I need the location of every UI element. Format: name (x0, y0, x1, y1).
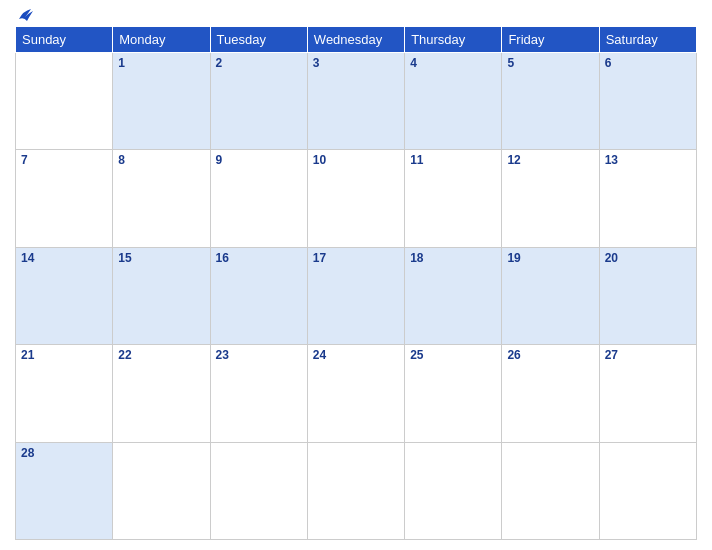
day-number: 23 (216, 348, 229, 362)
day-number: 2 (216, 56, 223, 70)
calendar-cell (502, 442, 599, 539)
day-number: 5 (507, 56, 514, 70)
week-row-4: 21222324252627 (16, 345, 697, 442)
weekday-header-wednesday: Wednesday (307, 27, 404, 53)
calendar-cell (210, 442, 307, 539)
day-number: 24 (313, 348, 326, 362)
day-number: 20 (605, 251, 618, 265)
day-number: 25 (410, 348, 423, 362)
day-number: 10 (313, 153, 326, 167)
week-row-5: 28 (16, 442, 697, 539)
logo-bird-icon (17, 7, 35, 23)
calendar-cell: 2 (210, 53, 307, 150)
day-number: 22 (118, 348, 131, 362)
day-number: 11 (410, 153, 423, 167)
day-number: 12 (507, 153, 520, 167)
calendar-cell: 6 (599, 53, 696, 150)
calendar-cell: 16 (210, 247, 307, 344)
weekday-header-row: SundayMondayTuesdayWednesdayThursdayFrid… (16, 27, 697, 53)
calendar-cell: 10 (307, 150, 404, 247)
weekday-header-sunday: Sunday (16, 27, 113, 53)
calendar-cell: 7 (16, 150, 113, 247)
day-number: 18 (410, 251, 423, 265)
calendar-cell: 28 (16, 442, 113, 539)
week-row-3: 14151617181920 (16, 247, 697, 344)
calendar-cell (16, 53, 113, 150)
week-row-2: 78910111213 (16, 150, 697, 247)
day-number: 8 (118, 153, 125, 167)
weekday-header-saturday: Saturday (599, 27, 696, 53)
calendar-cell (307, 442, 404, 539)
calendar-cell: 3 (307, 53, 404, 150)
day-number: 13 (605, 153, 618, 167)
calendar-cell: 15 (113, 247, 210, 344)
day-number: 19 (507, 251, 520, 265)
day-number: 14 (21, 251, 34, 265)
day-number: 9 (216, 153, 223, 167)
weekday-header-thursday: Thursday (405, 27, 502, 53)
calendar-cell: 12 (502, 150, 599, 247)
calendar-cell: 18 (405, 247, 502, 344)
calendar-cell: 27 (599, 345, 696, 442)
calendar-cell: 26 (502, 345, 599, 442)
day-number: 26 (507, 348, 520, 362)
calendar-cell: 24 (307, 345, 404, 442)
calendar-cell (599, 442, 696, 539)
day-number: 27 (605, 348, 618, 362)
calendar-cell: 13 (599, 150, 696, 247)
day-number: 21 (21, 348, 34, 362)
weekday-header-friday: Friday (502, 27, 599, 53)
day-number: 1 (118, 56, 125, 70)
day-number: 6 (605, 56, 612, 70)
logo (15, 7, 35, 23)
calendar-cell: 9 (210, 150, 307, 247)
weekday-header-monday: Monday (113, 27, 210, 53)
calendar-cell: 17 (307, 247, 404, 344)
day-number: 3 (313, 56, 320, 70)
calendar-table: SundayMondayTuesdayWednesdayThursdayFrid… (15, 26, 697, 540)
day-number: 28 (21, 446, 34, 460)
calendar-cell (405, 442, 502, 539)
calendar-cell: 22 (113, 345, 210, 442)
calendar-cell: 19 (502, 247, 599, 344)
day-number: 17 (313, 251, 326, 265)
calendar-cell (113, 442, 210, 539)
calendar-cell: 4 (405, 53, 502, 150)
calendar-cell: 1 (113, 53, 210, 150)
calendar-cell: 14 (16, 247, 113, 344)
calendar-cell: 21 (16, 345, 113, 442)
day-number: 15 (118, 251, 131, 265)
day-number: 4 (410, 56, 417, 70)
calendar-cell: 11 (405, 150, 502, 247)
calendar-cell: 25 (405, 345, 502, 442)
weekday-header-tuesday: Tuesday (210, 27, 307, 53)
calendar-cell: 5 (502, 53, 599, 150)
day-number: 16 (216, 251, 229, 265)
week-row-1: 123456 (16, 53, 697, 150)
calendar-cell: 23 (210, 345, 307, 442)
calendar-header (15, 10, 697, 20)
calendar-cell: 8 (113, 150, 210, 247)
calendar-cell: 20 (599, 247, 696, 344)
day-number: 7 (21, 153, 28, 167)
